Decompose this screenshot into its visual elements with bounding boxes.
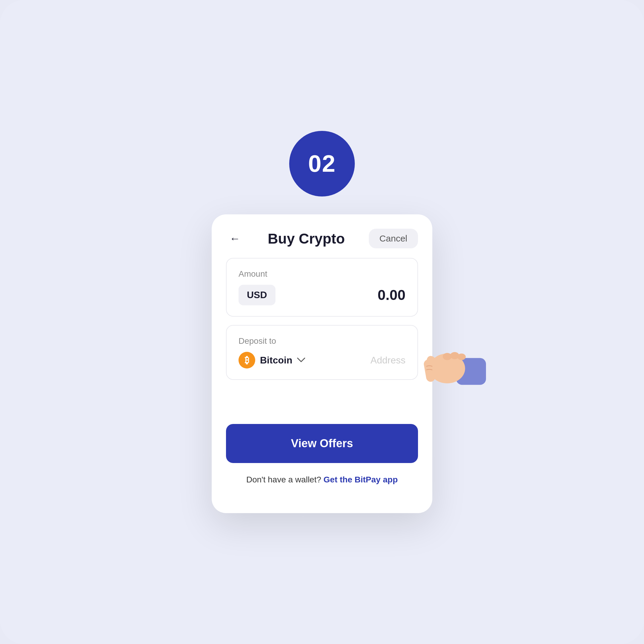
- footer-text: Don't have a wallet? Get the BitPay app: [226, 475, 418, 499]
- bitcoin-symbol: ₿: [245, 355, 249, 365]
- step-number: 02: [308, 150, 336, 177]
- bitpay-link[interactable]: Get the BitPay app: [323, 475, 398, 484]
- crypto-selector[interactable]: ₿ Bitcoin: [239, 352, 305, 369]
- spacer: [226, 388, 418, 424]
- card-header: ← Buy Crypto Cancel: [212, 214, 432, 258]
- deposit-section: Deposit to ₿ Bitcoin Address: [226, 325, 418, 380]
- view-offers-button[interactable]: View Offers: [226, 424, 418, 463]
- hand-pointer: [408, 334, 486, 395]
- bitcoin-icon: ₿: [239, 352, 255, 369]
- deposit-row: ₿ Bitcoin Address: [239, 352, 405, 369]
- page-wrapper: 02 ← Buy Crypto Cancel Amount USD 0.00: [0, 0, 644, 644]
- cancel-button[interactable]: Cancel: [369, 229, 418, 248]
- footer-static-text: Don't have a wallet?: [246, 475, 321, 484]
- chevron-down-icon: [297, 357, 305, 363]
- address-placeholder[interactable]: Address: [371, 355, 405, 366]
- amount-value[interactable]: 0.00: [378, 287, 405, 303]
- deposit-label: Deposit to: [239, 336, 405, 346]
- amount-label: Amount: [239, 269, 405, 279]
- amount-row: USD 0.00: [239, 285, 405, 305]
- back-button[interactable]: ←: [226, 230, 244, 247]
- svg-point-6: [457, 354, 466, 360]
- currency-selector[interactable]: USD: [239, 285, 275, 305]
- content-area: 02 ← Buy Crypto Cancel Amount USD 0.00: [212, 131, 432, 513]
- amount-section: Amount USD 0.00: [226, 258, 418, 317]
- phone-card: ← Buy Crypto Cancel Amount USD 0.00 Depo: [212, 214, 432, 513]
- page-title: Buy Crypto: [268, 230, 345, 247]
- back-arrow-icon: ←: [230, 232, 240, 245]
- step-badge: 02: [289, 131, 355, 196]
- card-body: Amount USD 0.00 Deposit to ₿ Bit: [212, 258, 432, 513]
- crypto-name: Bitcoin: [260, 355, 292, 366]
